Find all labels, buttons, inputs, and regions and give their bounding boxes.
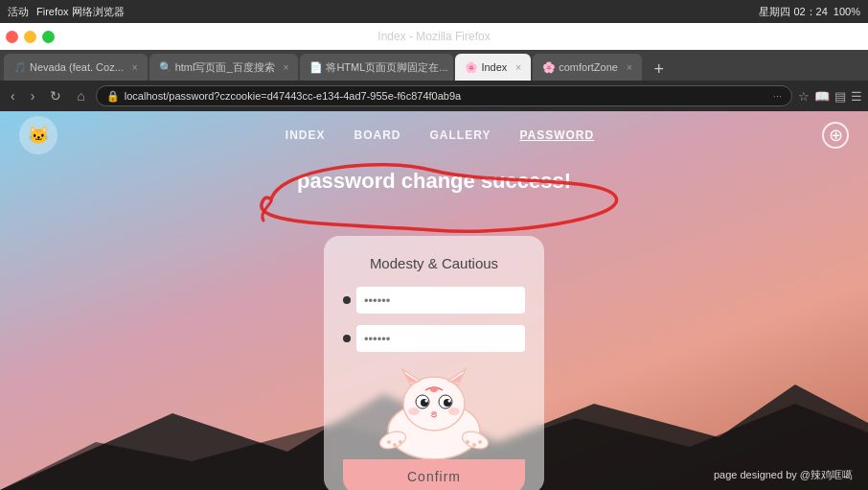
nav-index[interactable]: INDEX: [286, 128, 326, 142]
bookmark-icon[interactable]: ☆: [798, 89, 810, 104]
confirm-button[interactable]: Confirm: [343, 459, 525, 490]
tab-3-label: 将HTML页面页脚固定在...: [326, 60, 447, 75]
tab-3[interactable]: 📄 将HTML页面页脚固定在... ×: [300, 54, 453, 81]
svg-point-23: [478, 440, 482, 444]
success-message: password change success!: [297, 169, 571, 194]
tab-5-close[interactable]: ×: [627, 62, 632, 73]
tab-4-label: Index: [481, 61, 507, 73]
minimize-window-button[interactable]: [24, 31, 36, 43]
svg-point-3: [403, 377, 465, 431]
cat-illustration: [343, 363, 525, 459]
os-activity-label: 活动: [8, 5, 29, 19]
tab-4-close[interactable]: ×: [515, 62, 521, 73]
os-bar-left: 活动 Firefox 网络浏览器: [8, 5, 125, 19]
logo-emoji: 🐱: [28, 125, 49, 146]
svg-point-12: [425, 400, 428, 403]
os-topbar: 活动 Firefox 网络浏览器 星期四 02：24 100%: [0, 0, 868, 23]
tab-2-label: html写页面_百度搜索: [175, 60, 275, 75]
url-bar-right: ☆ 📖 ▤ ☰: [798, 89, 862, 104]
svg-point-14: [431, 411, 437, 415]
tab-5-comfortzone[interactable]: 🌸 comfortZone ×: [533, 54, 642, 81]
browser-title-bar: Index - Mozilla Firefox: [0, 23, 868, 50]
url-lock-icon: 🔒: [106, 90, 120, 103]
reader-mode-icon[interactable]: 📖: [814, 89, 830, 104]
site-logo: 🐱: [19, 116, 57, 154]
confirm-password-input[interactable]: [356, 325, 525, 352]
svg-point-21: [466, 440, 469, 444]
url-bar: ‹ › ↻ ⌂ 🔒 localhost/password?czcookie=d4…: [0, 81, 868, 111]
sidebar-icon[interactable]: ▤: [834, 89, 846, 104]
os-bar-right: 星期四 02：24 100%: [759, 5, 860, 19]
tab-1-label: Nevada (feat. Coz...: [30, 61, 124, 73]
tab-5-favicon: 🌸: [542, 61, 554, 73]
tab-5-label: comfortZone: [559, 61, 618, 73]
tabs-bar: 🎵 Nevada (feat. Coz... × 🔍 html写页面_百度搜索 …: [0, 50, 868, 81]
tab-2-favicon: 🔍: [159, 61, 171, 73]
nav-password[interactable]: PASSWORD: [519, 128, 594, 142]
svg-point-22: [472, 443, 476, 447]
tab-3-favicon: 📄: [309, 61, 321, 73]
browser-title: Index - Mozilla Firefox: [377, 30, 490, 43]
cat-svg: [372, 363, 496, 459]
os-firefox-label: Firefox 网络浏览器: [36, 5, 125, 19]
url-text: localhost/password?czcookie=d47443cc-e13…: [125, 90, 768, 102]
svg-point-18: [387, 440, 391, 444]
new-tab-button[interactable]: +: [648, 58, 671, 81]
maximize-window-button[interactable]: [42, 31, 55, 43]
forward-button[interactable]: ›: [26, 86, 40, 105]
card-title: Modesty & Cautious: [343, 255, 525, 271]
refresh-button[interactable]: ↻: [45, 86, 66, 105]
tab-1-close[interactable]: ×: [132, 62, 138, 73]
website-content: 🐱 INDEX BOARD GALLERY PASSWORD ⊕ passwor…: [0, 111, 868, 490]
tab-2[interactable]: 🔍 html写页面_百度搜索 ×: [149, 54, 299, 81]
home-button[interactable]: ⌂: [72, 86, 89, 105]
url-more-icon: ···: [773, 90, 782, 102]
back-button[interactable]: ‹: [6, 86, 20, 105]
password-bullet: [343, 296, 351, 304]
menu-icon[interactable]: ☰: [851, 89, 862, 104]
password-input[interactable]: [356, 287, 525, 314]
tab-1-favicon: 🎵: [13, 61, 25, 73]
window-controls[interactable]: [6, 31, 55, 43]
svg-point-15: [430, 386, 438, 392]
confirm-password-row: [343, 325, 525, 352]
nav-board[interactable]: BOARD: [354, 128, 401, 142]
close-window-button[interactable]: [6, 31, 18, 43]
login-card: Modesty & Cautious: [324, 236, 544, 490]
tab-1[interactable]: 🎵 Nevada (feat. Coz... ×: [4, 54, 148, 81]
os-battery: 100%: [834, 6, 860, 17]
nav-right: ⊕: [822, 122, 849, 149]
url-field[interactable]: 🔒 localhost/password?czcookie=d47443cc-e…: [96, 85, 792, 106]
tab-4-favicon: 🌸: [465, 61, 476, 73]
nav-links: INDEX BOARD GALLERY PASSWORD: [77, 128, 803, 142]
nav-gallery[interactable]: GALLERY: [430, 128, 491, 142]
tab-4-index[interactable]: 🌸 Index ×: [455, 54, 531, 81]
site-nav: 🐱 INDEX BOARD GALLERY PASSWORD ⊕: [0, 111, 868, 159]
password-row: [343, 287, 525, 314]
svg-point-19: [393, 443, 397, 447]
nav-add-button[interactable]: ⊕: [822, 122, 849, 149]
tab-2-close[interactable]: ×: [284, 62, 289, 73]
svg-point-24: [408, 408, 420, 415]
os-time: 星期四 02：24: [759, 5, 828, 19]
svg-point-25: [448, 408, 460, 415]
confirm-bullet: [343, 335, 351, 342]
svg-point-20: [399, 440, 402, 444]
svg-point-13: [448, 400, 451, 403]
site-footer: page designed by @辣鸡哐噶: [714, 468, 853, 482]
